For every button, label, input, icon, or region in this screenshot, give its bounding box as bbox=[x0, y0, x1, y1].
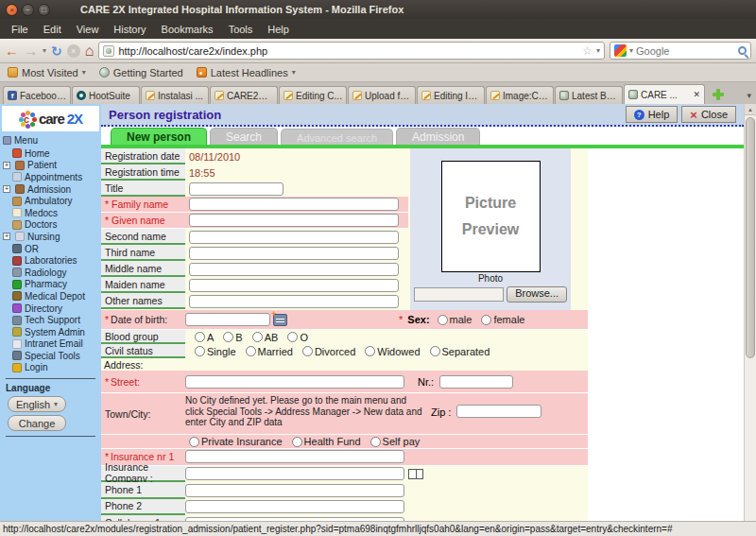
sidebar-item-doctors[interactable]: Doctors bbox=[0, 219, 101, 232]
radio-input-private-insurance[interactable] bbox=[189, 437, 199, 447]
search-box[interactable]: ▾ bbox=[610, 42, 751, 60]
radio-option-a[interactable]: A bbox=[195, 332, 214, 343]
input-phone-2[interactable] bbox=[185, 500, 404, 513]
menubar-item-bookmarks[interactable]: Bookmarks bbox=[154, 22, 221, 37]
nr-input[interactable] bbox=[439, 375, 513, 389]
tab-new-person[interactable]: New person bbox=[111, 128, 207, 145]
window-maximize-button[interactable]: □ bbox=[38, 4, 50, 16]
input-title[interactable] bbox=[189, 182, 284, 196]
sidebar-item-directory[interactable]: Directory bbox=[0, 303, 101, 315]
browser-tab-care2x-s[interactable]: CARE2X S... bbox=[210, 86, 278, 104]
input-middle-name[interactable] bbox=[189, 263, 399, 276]
radio-option-married[interactable]: Married bbox=[246, 346, 293, 357]
browse-button[interactable]: Browse... bbox=[507, 286, 567, 303]
page-scrollbar[interactable]: ▲ bbox=[744, 104, 756, 521]
browser-tab-hootsuite[interactable]: HootSuite bbox=[72, 86, 140, 104]
sidebar-item-patient[interactable]: +Patient bbox=[0, 160, 101, 172]
sidebar-item-laboratories[interactable]: Laboratories bbox=[0, 254, 101, 267]
sidebar-item-medocs[interactable]: Medocs bbox=[0, 207, 101, 219]
expand-icon[interactable]: + bbox=[3, 233, 10, 240]
radio-input-male[interactable] bbox=[438, 315, 448, 325]
close-tab-icon[interactable]: ✕ bbox=[693, 90, 700, 99]
browser-tab-image-ca[interactable]: Image:Ca... bbox=[486, 86, 554, 104]
tab-search[interactable]: Search bbox=[210, 128, 278, 145]
radio-option-o[interactable]: O bbox=[287, 332, 308, 343]
street-input[interactable] bbox=[185, 375, 404, 389]
radio-option-female[interactable]: female bbox=[481, 314, 524, 325]
address-book-icon[interactable] bbox=[408, 469, 423, 479]
browser-tab-care[interactable]: CARE ...✕ bbox=[624, 84, 705, 104]
bookmark-getting-started[interactable]: Getting Started bbox=[99, 67, 183, 78]
menubar-item-file[interactable]: File bbox=[4, 22, 36, 37]
reload-icon[interactable]: ↻ bbox=[51, 43, 62, 59]
url-bar[interactable]: ☆ ▾ bbox=[98, 42, 605, 60]
sidebar-item-tech-support[interactable]: Tech Support bbox=[0, 314, 101, 326]
radio-input-separated[interactable] bbox=[430, 346, 440, 356]
radio-option-ab[interactable]: AB bbox=[252, 332, 279, 343]
menubar-item-view[interactable]: View bbox=[69, 22, 107, 37]
search-input[interactable] bbox=[636, 45, 735, 57]
new-tab-button[interactable] bbox=[710, 87, 727, 102]
browser-tab-editing-in[interactable]: Editing In... bbox=[417, 86, 485, 104]
date-of-birth-input[interactable] bbox=[185, 313, 270, 326]
expand-icon[interactable]: + bbox=[3, 185, 10, 193]
sidebar-item-radiology[interactable]: Radiology bbox=[0, 267, 101, 279]
radio-input-b[interactable] bbox=[223, 332, 233, 342]
browser-tab-editing-c[interactable]: Editing C... bbox=[279, 86, 347, 104]
radio-input-ab[interactable] bbox=[252, 332, 263, 342]
sidebar-item-admission[interactable]: +Admission bbox=[0, 183, 101, 196]
radio-option-divorced[interactable]: Divorced bbox=[302, 346, 355, 357]
input-insurance-company[interactable] bbox=[185, 467, 404, 480]
input-insurance-nr-1[interactable] bbox=[185, 450, 404, 463]
bookmark-latest-headlines[interactable]: Latest Headlines▾ bbox=[197, 67, 296, 78]
expand-icon[interactable]: + bbox=[3, 162, 10, 169]
scrollbar-thumb[interactable] bbox=[746, 117, 755, 358]
browser-tab-upload-fil[interactable]: Upload fil... bbox=[348, 86, 416, 104]
input-given-name[interactable] bbox=[189, 214, 399, 227]
input-phone-1[interactable] bbox=[185, 484, 404, 497]
history-dropdown-icon[interactable]: ▾ bbox=[43, 46, 46, 55]
sidebar-item-home[interactable]: Home bbox=[0, 147, 101, 160]
list-all-tabs-icon[interactable]: ▾ bbox=[747, 91, 751, 100]
calendar-icon[interactable] bbox=[273, 314, 287, 326]
tab-advanced-search[interactable]: Advanced search bbox=[281, 129, 393, 145]
back-icon[interactable]: ← bbox=[5, 43, 19, 58]
sidebar-item-ambulatory[interactable]: Ambulatory bbox=[0, 195, 101, 207]
input-family-name[interactable] bbox=[189, 198, 399, 211]
input-third-name[interactable] bbox=[189, 247, 399, 260]
zip-input[interactable] bbox=[456, 405, 541, 418]
sidebar-item-appointments[interactable]: Appointments bbox=[0, 171, 101, 183]
search-icon[interactable] bbox=[738, 46, 747, 55]
sidebar-item-or[interactable]: OR bbox=[0, 243, 101, 255]
sidebar-item-login[interactable]: Login bbox=[0, 362, 101, 374]
radio-option-male[interactable]: male bbox=[438, 314, 472, 325]
radio-option-widowed[interactable]: Widowed bbox=[365, 346, 420, 357]
url-dropdown-icon[interactable]: ▾ bbox=[596, 46, 600, 55]
menubar-item-help[interactable]: Help bbox=[260, 22, 297, 37]
radio-input-health-fund[interactable] bbox=[292, 437, 302, 447]
browser-tab-facebook[interactable]: fFacebook... bbox=[3, 86, 71, 104]
menubar-item-tools[interactable]: Tools bbox=[221, 22, 261, 37]
radio-input-o[interactable] bbox=[287, 332, 298, 342]
sidebar-item-pharmacy[interactable]: Pharmacy bbox=[0, 279, 101, 291]
language-change-button[interactable]: Change bbox=[8, 415, 66, 431]
radio-input-widowed[interactable] bbox=[365, 346, 375, 356]
bookmark-most-visited[interactable]: Most Visited▾ bbox=[8, 67, 86, 78]
google-logo-icon[interactable] bbox=[614, 44, 627, 57]
window-minimize-button[interactable]: − bbox=[22, 4, 34, 16]
menubar-item-history[interactable]: History bbox=[106, 22, 153, 37]
radio-input-a[interactable] bbox=[195, 332, 205, 342]
tab-admission[interactable]: Admission bbox=[396, 128, 480, 145]
browser-tab-latest-bu[interactable]: Latest Bu... bbox=[555, 86, 623, 104]
input-maiden-name[interactable] bbox=[189, 279, 399, 292]
home-icon[interactable]: ⌂ bbox=[85, 43, 94, 60]
radio-option-b[interactable]: B bbox=[223, 332, 242, 343]
search-engine-dropdown-icon[interactable]: ▾ bbox=[629, 46, 633, 55]
close-button[interactable]: × Close bbox=[681, 106, 736, 123]
sidebar-item-nursing[interactable]: +Nursing bbox=[0, 231, 101, 243]
sidebar-item-medical-depot[interactable]: Medical Depot bbox=[0, 290, 101, 303]
radio-option-single[interactable]: Single bbox=[195, 346, 236, 357]
radio-input-female[interactable] bbox=[481, 315, 491, 325]
input-other-names[interactable] bbox=[189, 295, 399, 308]
photo-file-input[interactable] bbox=[414, 287, 504, 302]
